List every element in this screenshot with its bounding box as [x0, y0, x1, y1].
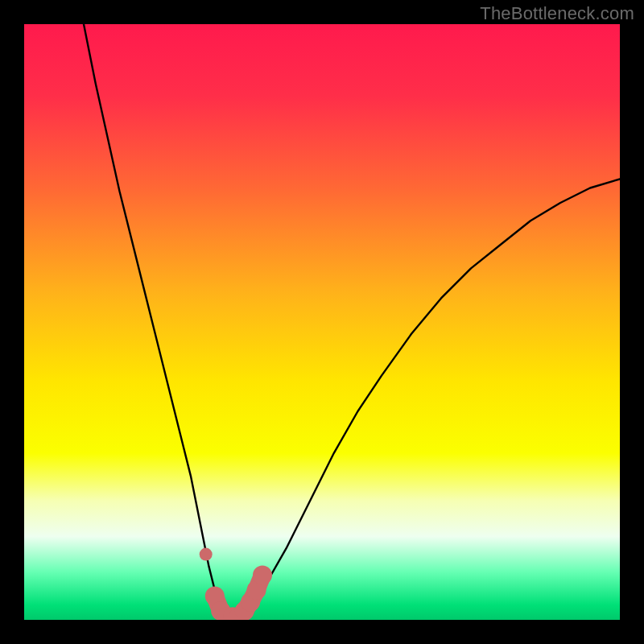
chart-frame: TheBottleneck.com [0, 0, 644, 644]
gradient-background [24, 24, 620, 620]
bottleneck-plot [24, 24, 620, 620]
watermark-text: TheBottleneck.com [480, 3, 634, 24]
plot-svg [24, 24, 620, 620]
optimal-marker [253, 566, 272, 585]
optimal-marker [200, 548, 213, 561]
